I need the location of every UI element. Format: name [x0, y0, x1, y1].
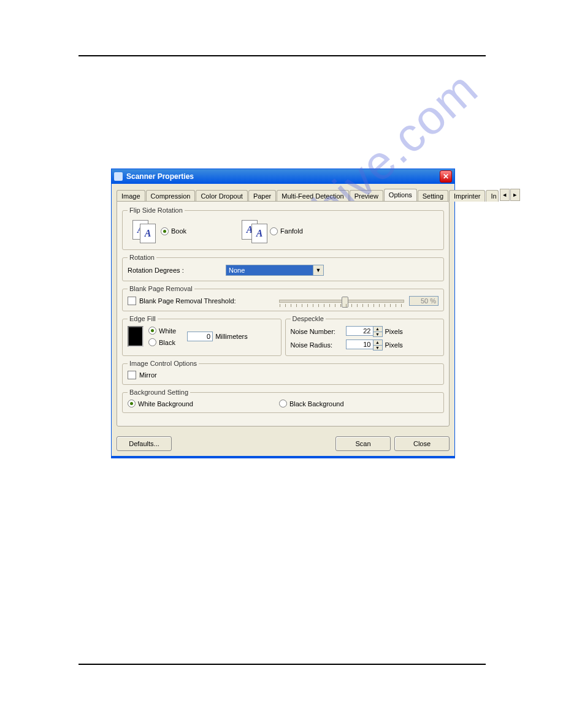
edge-fill-unit: Millimeters [215, 333, 248, 340]
tab-scroll: ◄ ► [499, 189, 520, 201]
radio-dot-icon [148, 338, 156, 346]
bg-black-label: Black Background [289, 400, 344, 408]
tab-color-dropout[interactable]: Color Dropout [196, 190, 247, 202]
noise-number-input[interactable]: 22 [346, 326, 373, 336]
radio-fanfold[interactable]: A A Fanfold [242, 220, 303, 242]
rotation-label: Rotation Degrees : [128, 267, 226, 274]
mirror-checkbox-row[interactable]: Mirror [128, 371, 439, 379]
noise-radius-stepper[interactable]: 10 ▲ ▼ [346, 339, 383, 351]
radio-edge-white[interactable]: White [148, 327, 176, 335]
edge-white-label: White [159, 327, 176, 335]
fanfold-pages-icon: A A [242, 220, 266, 242]
spin-up-icon[interactable]: ▲ [373, 326, 383, 332]
chevron-down-icon: ▼ [313, 265, 323, 275]
noise-radius-input[interactable]: 10 [346, 339, 373, 349]
tab-scroll-left-icon[interactable]: ◄ [500, 189, 510, 201]
group-blank-page: Blank Page Removal Blank Page Removal Th… [122, 285, 444, 311]
rotation-legend: Rotation [128, 254, 156, 261]
radio-bg-black[interactable]: Black Background [279, 400, 344, 408]
spin-down-icon[interactable]: ▼ [373, 346, 383, 351]
mirror-label: Mirror [139, 371, 157, 379]
group-background-setting: Background Setting White Background Blac… [122, 389, 444, 413]
radio-dot-icon [148, 327, 156, 335]
mirror-checkbox[interactable] [128, 371, 136, 379]
tab-multi-feed[interactable]: Multi-Feed Detection [277, 190, 349, 202]
radio-edge-black[interactable]: Black [148, 338, 176, 346]
noise-radius-label: Noise Radius: [291, 341, 346, 349]
blank-page-slider[interactable] [279, 300, 404, 303]
radio-dot-icon [128, 400, 136, 408]
radio-dot-icon [279, 400, 287, 408]
blank-page-check-label: Blank Page Removal Threshold: [139, 297, 274, 305]
tab-image[interactable]: Image [117, 190, 145, 202]
radio-dot-icon [270, 227, 278, 235]
spin-down-icon[interactable]: ▼ [373, 332, 383, 338]
bg-white-label: White Background [138, 400, 193, 408]
noise-number-stepper[interactable]: 22 ▲ ▼ [346, 326, 383, 337]
radio-book-label: Book [171, 227, 186, 235]
page-divider-bottom [79, 664, 486, 665]
group-edge-fill: Edge Fill White Black [122, 315, 282, 356]
edge-fill-input[interactable]: 0 [187, 332, 213, 341]
book-pages-icon: A A [132, 220, 157, 242]
group-image-control: Image Control Options Mirror [122, 360, 444, 385]
bottom-button-bar: Defaults... Scan Close [112, 431, 454, 456]
edge-fill-legend: Edge Fill [128, 315, 158, 322]
slider-ticks [280, 304, 404, 307]
window-border-bottom [112, 456, 454, 458]
despeckle-legend: Despeckle [291, 315, 326, 322]
tab-preview[interactable]: Preview [350, 190, 383, 202]
close-icon[interactable]: ✕ [440, 170, 452, 183]
radio-dot-icon [161, 227, 169, 235]
close-button[interactable]: Close [394, 436, 450, 451]
image-control-legend: Image Control Options [128, 360, 199, 367]
noise-number-label: Noise Number: [291, 328, 346, 335]
tab-strip: Image Compression Color Dropout Paper Mu… [117, 188, 450, 201]
scanner-properties-window: Scanner Properties ✕ Image Compression C… [111, 169, 455, 458]
background-legend: Background Setting [128, 389, 190, 396]
client-area: Image Compression Color Dropout Paper Mu… [112, 184, 454, 431]
defaults-button[interactable]: Defaults... [117, 436, 172, 451]
tab-setting[interactable]: Setting [418, 190, 448, 202]
tab-paper[interactable]: Paper [248, 190, 276, 202]
spin-up-icon[interactable]: ▲ [373, 339, 383, 346]
tab-page-options: Flip Side Rotation A A Book A A [117, 201, 450, 427]
group-rotation: Rotation Rotation Degrees : None ▼ [122, 254, 444, 281]
radio-book[interactable]: A A Book [132, 220, 186, 242]
titlebar[interactable]: Scanner Properties ✕ [112, 169, 454, 184]
edge-black-label: Black [159, 339, 175, 346]
blank-page-legend: Blank Page Removal [128, 285, 194, 292]
radio-bg-white[interactable]: White Background [128, 400, 193, 408]
blank-page-checkbox[interactable] [128, 297, 136, 305]
app-icon [114, 172, 123, 181]
tab-scroll-right-icon[interactable]: ► [510, 189, 520, 201]
rotation-dropdown[interactable]: None ▼ [226, 265, 324, 276]
page-divider-top [79, 55, 486, 56]
radio-fanfold-label: Fanfold [280, 227, 303, 235]
group-despeckle: Despeckle Noise Number: 22 ▲ ▼ Pixels [285, 315, 445, 356]
tab-overflow[interactable]: In [486, 190, 498, 202]
tab-imprinter[interactable]: Imprinter [449, 190, 485, 202]
tab-options[interactable]: Options [384, 189, 417, 201]
edge-fill-swatch [128, 326, 144, 347]
rotation-value: None [229, 267, 313, 274]
window-title: Scanner Properties [126, 172, 194, 181]
flip-side-legend: Flip Side Rotation [128, 207, 185, 214]
blank-page-percent: 50 % [409, 296, 439, 306]
tab-compression[interactable]: Compression [146, 190, 196, 202]
noise-radius-unit: Pixels [385, 341, 403, 349]
group-flip-side: Flip Side Rotation A A Book A A [122, 207, 444, 250]
noise-number-unit: Pixels [385, 328, 403, 335]
scan-button[interactable]: Scan [335, 436, 391, 451]
